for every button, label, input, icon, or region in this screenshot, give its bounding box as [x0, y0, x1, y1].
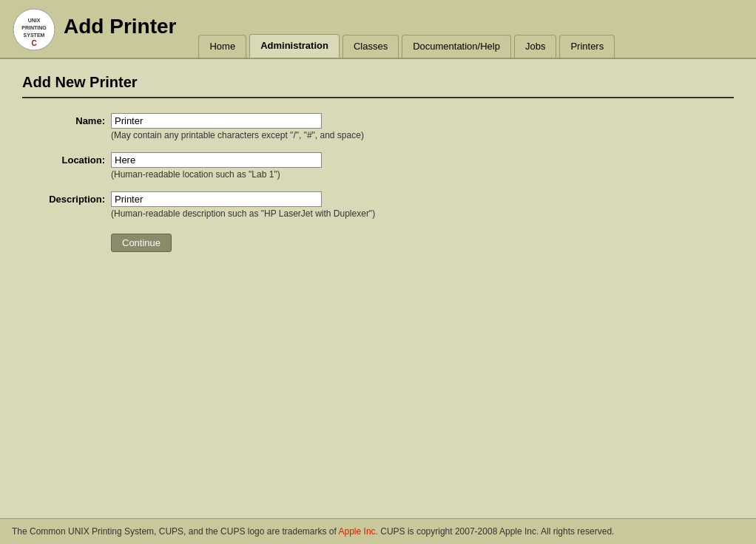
- svg-text:SYSTEM: SYSTEM: [24, 33, 45, 38]
- header: UNIX PRINTING SYSTEM C Add Printer Home …: [0, 0, 756, 59]
- location-input[interactable]: [111, 152, 322, 168]
- apple-inc-link[interactable]: Apple Inc.: [339, 526, 378, 537]
- location-field-group: (Human-readable location such as "Lab 1"…: [111, 152, 322, 180]
- logo-area: UNIX PRINTING SYSTEM C Add Printer: [12, 7, 176, 58]
- tab-jobs[interactable]: Jobs: [514, 35, 556, 58]
- main-content: Add New Printer Name: (May contain any p…: [0, 59, 756, 267]
- name-label: Name:: [30, 113, 111, 126]
- description-hint: (Human-readable description such as "HP …: [111, 208, 375, 219]
- name-field-group: (May contain any printable characters ex…: [111, 113, 364, 140]
- footer-text-before: The Common UNIX Printing System, CUPS, a…: [12, 526, 339, 537]
- continue-button[interactable]: Continue: [111, 234, 172, 252]
- tab-home[interactable]: Home: [198, 35, 246, 58]
- tab-classes[interactable]: Classes: [342, 35, 399, 58]
- name-input[interactable]: [111, 113, 322, 129]
- page-title: Add Printer: [64, 15, 176, 44]
- location-hint: (Human-readable location such as "Lab 1"…: [111, 169, 322, 180]
- tab-administration[interactable]: Administration: [249, 34, 340, 58]
- description-label: Description:: [30, 191, 111, 205]
- add-printer-form: Name: (May contain any printable charact…: [30, 113, 734, 252]
- name-row: Name: (May contain any printable charact…: [30, 113, 734, 140]
- cups-logo: UNIX PRINTING SYSTEM C: [12, 7, 56, 52]
- footer: The Common UNIX Printing System, CUPS, a…: [0, 518, 756, 544]
- description-row: Description: (Human-readable description…: [30, 191, 734, 219]
- svg-text:UNIX: UNIX: [28, 18, 41, 23]
- section-title: Add New Printer: [22, 74, 734, 98]
- tab-documentation[interactable]: Documentation/Help: [402, 35, 511, 58]
- footer-text-after: CUPS is copyright 2007-2008 Apple Inc. A…: [378, 526, 615, 537]
- description-field-group: (Human-readable description such as "HP …: [111, 191, 375, 219]
- description-input[interactable]: [111, 191, 322, 207]
- location-label: Location:: [30, 152, 111, 166]
- navigation: Home Administration Classes Documentatio…: [198, 34, 618, 58]
- name-hint: (May contain any printable characters ex…: [111, 130, 364, 140]
- svg-text:PRINTING: PRINTING: [21, 25, 47, 30]
- tab-printers[interactable]: Printers: [559, 35, 615, 58]
- svg-text:C: C: [31, 39, 36, 47]
- location-row: Location: (Human-readable location such …: [30, 152, 734, 180]
